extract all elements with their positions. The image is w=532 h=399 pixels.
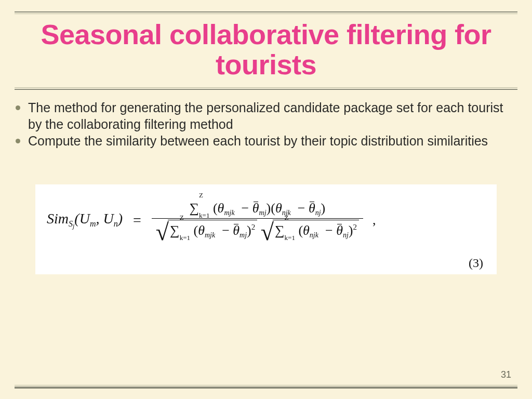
arg1: U — [79, 210, 90, 227]
theta-bar: θ — [233, 223, 240, 238]
formula-box: SimSj(Um, Un) = ∑Zk=1 (θmjk − θmj)(θnjk … — [35, 184, 497, 274]
theta: θ — [198, 223, 205, 238]
idx: mj — [240, 231, 247, 239]
sum-upper: Z — [285, 214, 295, 221]
equals-sign: = — [133, 212, 141, 229]
theta: θ — [275, 201, 282, 216]
idx: mjk — [205, 231, 215, 239]
theta-bar: θ — [252, 201, 259, 216]
denominator: √ ∑Zk=1 (θmjk − θmj)2 √ ∑Zk=1 (θnjk − θn… — [152, 219, 363, 242]
arg2-sub: n — [114, 219, 118, 228]
sum-lower: k=1 — [285, 234, 295, 241]
arg2: U — [103, 210, 113, 227]
sum-upper: Z — [199, 192, 209, 198]
theta: θ — [218, 201, 224, 216]
idx: njk — [310, 231, 318, 239]
rule-mid-thin — [15, 87, 517, 88]
idx: nj — [343, 231, 349, 239]
fraction: ∑Zk=1 (θmjk − θmj)(θnjk − θnj) √ ∑Zk=1 (… — [152, 199, 363, 242]
sum-lower: k=1 — [180, 234, 190, 241]
func-subsub: j — [73, 222, 74, 230]
theta-bar: θ — [309, 201, 315, 216]
arg1-sub: m — [90, 219, 96, 228]
sqrt-right: √ ∑Zk=1 (θnjk − θnj)2 — [261, 220, 359, 240]
theta-bar: θ — [336, 223, 343, 238]
rule-bottom — [15, 387, 517, 389]
idx: mjk — [224, 209, 234, 217]
page-number: 31 — [501, 369, 511, 380]
func-sub: S — [69, 219, 73, 228]
bullet-item: Compute the similarity between each tour… — [15, 132, 515, 149]
numerator: ∑Zk=1 (θmjk − θmj)(θnjk − θnj) — [185, 199, 330, 218]
bullet-item: The method for generating the personaliz… — [15, 99, 515, 132]
idx: nj — [315, 209, 321, 217]
sum-upper: Z — [180, 214, 190, 221]
rule-top — [15, 11, 517, 12]
formula-lhs: SimSj(Um, Un) — [47, 210, 123, 230]
theta: θ — [303, 223, 310, 238]
bullet-list: The method for generating the personaliz… — [15, 99, 517, 149]
rule-mid — [15, 89, 517, 90]
idx: mj — [259, 209, 267, 217]
rule-bottom-thin — [15, 385, 517, 385]
formula: SimSj(Um, Un) = ∑Zk=1 (θmjk − θmj)(θnjk … — [47, 199, 485, 242]
slide: Seasonal collaborative filtering for tou… — [0, 0, 532, 399]
trailing-comma: , — [373, 212, 376, 228]
rule-top-thin — [15, 14, 517, 14]
equation-number: (3) — [47, 256, 485, 270]
sqrt-left: √ ∑Zk=1 (θmjk − θmj)2 — [156, 220, 257, 240]
func-name: Sim — [47, 210, 69, 227]
slide-title: Seasonal collaborative filtering for tou… — [15, 19, 517, 80]
sum-lower: k=1 — [199, 212, 209, 219]
